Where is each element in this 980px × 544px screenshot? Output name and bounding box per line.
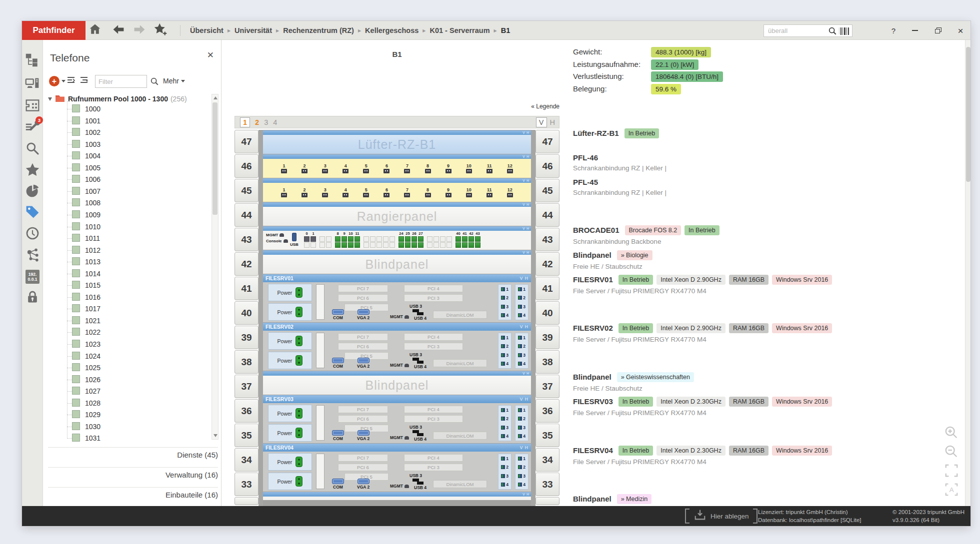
orientation-H[interactable]: H bbox=[550, 118, 555, 127]
sidebar-icon-lock[interactable] bbox=[24, 290, 41, 307]
port-number: 1 bbox=[282, 187, 285, 192]
port: 9 bbox=[446, 163, 452, 173]
add-button[interactable]: + bbox=[49, 76, 66, 86]
panel-close-icon[interactable]: ✕ bbox=[207, 51, 214, 59]
device-entry-l-fter-rz-b1[interactable]: Lüfter-RZ-B1In Betrieb bbox=[573, 129, 959, 139]
port-icon bbox=[501, 474, 505, 478]
sidebar-icon-clock[interactable] bbox=[24, 226, 41, 243]
legend-link[interactable]: « Legende bbox=[234, 103, 560, 110]
main-scrollbar[interactable] bbox=[965, 40, 970, 506]
rack-tab-3[interactable]: 3 bbox=[264, 118, 268, 127]
scroll-down-icon[interactable] bbox=[214, 434, 218, 437]
orientation-V[interactable]: V bbox=[536, 117, 547, 127]
breadcrumb-item[interactable]: Übersicht bbox=[190, 26, 224, 34]
app-logo[interactable]: Pathfinder bbox=[22, 21, 86, 40]
help-button[interactable]: ? bbox=[886, 23, 901, 37]
vga-port: VGA 2 bbox=[357, 309, 370, 320]
rack-panel-filesrv03[interactable]: FILESRV03V HPowerPowerPCI 7PCI 6PCI 5PCI… bbox=[263, 395, 531, 443]
favorite-add-button[interactable] bbox=[153, 23, 168, 38]
section-dienste[interactable]: Dienste (45) bbox=[48, 447, 218, 460]
rack-panel-ports[interactable]: V H123456789101112 bbox=[263, 154, 531, 178]
rack-panel-filesrv02[interactable]: FILESRV02V HPowerPowerPCI 7PCI 6PCI 5PCI… bbox=[263, 323, 531, 371]
device-entry-brocade01[interactable]: BROCADE01Brocade FOS 8.2In BetriebSchran… bbox=[573, 226, 959, 245]
port: 6 bbox=[384, 163, 390, 173]
network-port: 2 bbox=[518, 416, 526, 421]
port-number: 10 bbox=[348, 232, 352, 236]
tree-collapse-icon[interactable] bbox=[48, 97, 52, 101]
sidebar-icon-pie-chart[interactable] bbox=[24, 183, 41, 200]
breadcrumb-item[interactable]: Rechenzentrum (RZ) bbox=[283, 26, 354, 34]
rack-tab-2[interactable]: 2 bbox=[255, 118, 259, 127]
rack-panel-blindpanel[interactable]: V HBlindpanel bbox=[263, 371, 531, 395]
port bbox=[475, 242, 480, 248]
lom-slot: DinamicLOM bbox=[433, 480, 487, 488]
unit-number: 46 bbox=[536, 154, 560, 178]
zoom-in-button[interactable] bbox=[944, 425, 960, 441]
sidebar-icon-hierarchy[interactable] bbox=[24, 52, 41, 69]
fit-view-button[interactable] bbox=[944, 463, 960, 479]
rack-panel-l-fter-rz-b1[interactable]: V HLüfter-RZ-B1 bbox=[263, 130, 531, 154]
sidebar-icon-ip-address[interactable]: 192.0.0.1 bbox=[24, 268, 41, 285]
fit-text-button[interactable]: A bbox=[944, 482, 960, 498]
rj45-icon bbox=[384, 193, 390, 197]
rack-tab-1[interactable]: 1 bbox=[240, 117, 250, 127]
tree-root[interactable]: Rufnummern Pool 1000 - 1300 (256) bbox=[48, 94, 187, 104]
scrollbar-thumb[interactable] bbox=[212, 102, 218, 215]
rack-panel-blindpanel[interactable]: V HBlindpanel bbox=[263, 250, 531, 274]
device-entry-filesrv03[interactable]: FILESRV03In BetriebIntel Xeon D 2.30GHzR… bbox=[573, 397, 959, 417]
section-einbauteile[interactable]: Einbauteile (16) bbox=[48, 487, 218, 500]
port bbox=[412, 242, 417, 248]
rack-panel-switch[interactable]: V HMGMT Console USB018910112425262740414… bbox=[263, 226, 531, 250]
forward-button[interactable] bbox=[132, 23, 147, 38]
rack-panel-ports[interactable]: V H123456789101112 bbox=[263, 178, 531, 202]
rack-panel-partial[interactable]: V H bbox=[263, 492, 531, 500]
more-button[interactable]: Mehr bbox=[163, 77, 185, 85]
device-entry-pfl-46[interactable]: PFL-46Schrankanbindung RZ | Keller | bbox=[573, 153, 959, 172]
search-icon[interactable] bbox=[828, 26, 837, 37]
vga-connector-icon bbox=[358, 430, 370, 436]
breadcrumb-item[interactable]: Kellergeschoss bbox=[365, 26, 418, 34]
rj45-icon bbox=[322, 169, 328, 173]
breadcrumb-item[interactable]: B1 bbox=[501, 26, 510, 34]
device-entry-filesrv01[interactable]: FILESRV01In BetriebIntel Xeon D 2.90GHzR… bbox=[573, 275, 959, 295]
close-button[interactable]: × bbox=[953, 23, 968, 37]
rack-tab-4[interactable]: 4 bbox=[273, 118, 277, 127]
maximize-button[interactable] bbox=[930, 23, 946, 37]
breadcrumb-item[interactable]: Universität bbox=[234, 26, 272, 34]
device-entry-filesrv02[interactable]: FILESRV02In BetriebIntel Xeon D 2.90GHzR… bbox=[573, 324, 959, 343]
drop-zone[interactable]: Hier ablegen bbox=[685, 509, 758, 524]
sidebar-icon-tools[interactable]: 3 bbox=[24, 118, 41, 135]
rack-panel-filesrv01[interactable]: FILESRV01V HPowerPowerPCI 7PCI 6PCI 5PCI… bbox=[263, 274, 531, 322]
port: 6 bbox=[384, 187, 390, 197]
filter-input[interactable] bbox=[96, 75, 146, 87]
device-entry-blindpanel[interactable]: Blindpanel» GeisteswissenschaftenFreie H… bbox=[573, 373, 959, 392]
sidebar-icon-favorites[interactable] bbox=[24, 162, 41, 179]
scroll-up-icon[interactable] bbox=[214, 96, 218, 99]
home-button[interactable] bbox=[88, 23, 102, 38]
switch-ports: 018910112425262740414243 bbox=[304, 232, 484, 248]
sidebar-icon-workstation[interactable] bbox=[24, 76, 41, 93]
device-entry-filesrv04[interactable]: FILESRV04In BetriebIntel Xeon D 2.30GHzR… bbox=[573, 446, 959, 466]
collapse-all-button[interactable] bbox=[67, 76, 76, 84]
minimize-button[interactable] bbox=[908, 23, 922, 37]
section-verwaltung[interactable]: Verwaltung (16) bbox=[48, 467, 218, 480]
sidebar-icon-search[interactable] bbox=[24, 141, 41, 158]
device-entry-blindpanel[interactable]: Blindpanel» BiologieFreie HE / Staubschu… bbox=[573, 251, 959, 270]
server-rear: PowerPowerPCI 7PCI 6PCI 5PCI 4PCI 3COMVG… bbox=[263, 452, 531, 492]
tree-scrollbar[interactable] bbox=[212, 94, 218, 440]
sidebar-icon-tag-active[interactable] bbox=[24, 204, 41, 221]
rack-panel-rangierpanel[interactable]: V HRangierpanel bbox=[263, 202, 531, 226]
device-entry-pfl-45[interactable]: PFL-45Schrankanbindung RZ | Keller | bbox=[573, 178, 959, 196]
barcode-icon[interactable] bbox=[840, 27, 850, 37]
device-entry-blindpanel[interactable]: Blindpanel» Medizin bbox=[573, 495, 959, 505]
sidebar-icon-floorplan[interactable] bbox=[24, 98, 41, 115]
scrollbar-thumb[interactable] bbox=[966, 47, 970, 182]
rack-panel-filesrv04[interactable]: FILESRV04V HPowerPowerPCI 7PCI 6PCI 5PCI… bbox=[263, 444, 531, 492]
filter-search-button[interactable] bbox=[150, 77, 159, 86]
expand-all-button[interactable] bbox=[80, 76, 89, 84]
version-line: v3.9.0.326 (64 Bit) bbox=[892, 516, 964, 524]
back-button[interactable] bbox=[111, 23, 126, 38]
breadcrumb-item[interactable]: K01 - Serverraum bbox=[430, 26, 490, 34]
zoom-out-button[interactable] bbox=[944, 444, 960, 460]
sidebar-icon-topology[interactable] bbox=[24, 247, 41, 264]
